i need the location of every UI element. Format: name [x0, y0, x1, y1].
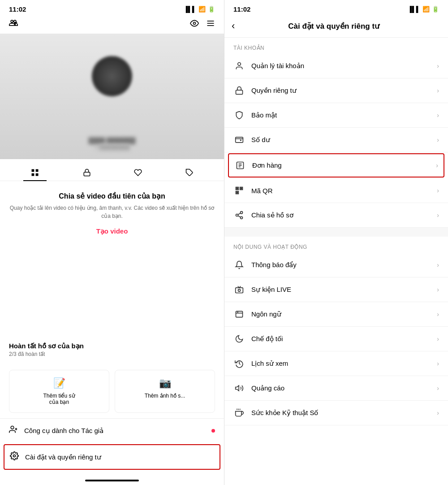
completion-title: Hoàn tất hồ sơ của bạn	[9, 342, 215, 350]
ma-qr-item[interactable]: Mã QR ›	[224, 178, 448, 203]
svg-rect-10	[84, 172, 90, 176]
wifi-icon: 📶	[198, 6, 206, 13]
history-icon	[233, 358, 245, 369]
svg-rect-18	[236, 137, 243, 143]
don-hang-item[interactable]: Đơn hàng ›	[228, 153, 444, 178]
completion-subtitle: 2/3 đã hoàn tất	[9, 351, 215, 357]
creator-tools-label: Công cụ dành cho Tác giả	[24, 427, 103, 435]
svg-point-47	[238, 338, 240, 339]
su-kien-live-label: Sự kiện LIVE	[251, 286, 437, 294]
arrow-icon-12: ›	[437, 385, 439, 392]
bao-mat-item[interactable]: Bảo mật ›	[224, 103, 448, 128]
svg-marker-48	[236, 385, 239, 391]
right-status-icons: ▐▌▌ 📶 🔋	[408, 6, 439, 13]
arrow-icon-1: ›	[437, 87, 439, 94]
thong-bao-day-item[interactable]: Thông báo đẩy ›	[224, 253, 448, 277]
lich-su-xem-item[interactable]: Lịch sử xem ›	[224, 351, 448, 376]
quan-ly-tai-khoan-label: Quản lý tài khoản	[251, 62, 437, 70]
arrow-icon-13: ›	[437, 409, 439, 416]
svg-point-38	[241, 212, 243, 214]
home-indicator-bar	[85, 480, 139, 481]
add-photo-card[interactable]: 📷 Thêm ảnh hồ s...	[115, 370, 215, 413]
svg-point-40	[241, 217, 243, 219]
ngon-ngu-label: Ngôn ngữ	[251, 310, 437, 318]
tab-grid[interactable]	[23, 165, 47, 181]
suc-khoe-label: Sức khỏe Kỹ thuật Số	[251, 409, 437, 417]
left-status-bar: 11:02 ▐▌▌ 📶 🔋	[0, 0, 224, 17]
moon-icon	[233, 333, 245, 345]
right-nav-icons	[190, 19, 215, 30]
language-icon	[233, 308, 245, 320]
right-signal-icon: ▐▌▌	[408, 6, 420, 13]
add-user-icon[interactable]	[9, 18, 18, 30]
profile-content: Chia sẻ video đầu tiên của bạn Quay hoặc…	[0, 181, 224, 335]
creator-tools-item[interactable]: Công cụ dành cho Tác giả	[0, 419, 224, 442]
settings-item[interactable]: Cài đặt và quyền riêng tư	[4, 444, 220, 470]
svg-rect-45	[236, 311, 243, 317]
so-du-label: Số dư	[251, 136, 437, 144]
ads-icon	[233, 382, 245, 394]
svg-rect-7	[36, 169, 39, 172]
don-hang-label: Đơn hàng	[252, 161, 436, 169]
left-top-nav	[0, 17, 224, 34]
svg-rect-8	[32, 173, 34, 176]
digital-health-icon	[233, 407, 245, 419]
svg-point-12	[11, 426, 14, 429]
profile-tabs	[0, 159, 224, 181]
settings-label: Cài đặt và quyền riêng tư	[25, 453, 101, 461]
share-video-title: Chia sẻ video đầu tiên của bạn	[9, 192, 215, 200]
left-time: 11:02	[9, 5, 26, 13]
svg-rect-6	[32, 169, 34, 172]
svg-point-39	[236, 214, 238, 217]
quan-ly-tai-khoan-item[interactable]: Quản lý tài khoản ›	[224, 54, 448, 78]
quyen-rieng-tu-label: Quyền riêng tư	[251, 87, 437, 95]
back-button[interactable]: ‹	[232, 20, 235, 32]
hamburger-icon[interactable]	[206, 19, 215, 30]
svg-rect-17	[236, 90, 243, 94]
settings-page-title: Cài đặt và quyền riêng tư	[240, 22, 427, 31]
blurred-avatar	[92, 56, 132, 96]
tab-lock[interactable]	[76, 165, 98, 181]
svg-rect-9	[36, 173, 39, 176]
divider-1	[224, 228, 448, 237]
arrow-icon-10: ›	[437, 335, 439, 342]
lich-su-xem-label: Lịch sử xem	[251, 359, 437, 368]
arrow-icon-6: ›	[437, 212, 439, 219]
tab-heart[interactable]	[127, 165, 149, 181]
arrow-icon-0: ›	[437, 62, 439, 69]
suc-khoe-item[interactable]: Sức khỏe Kỹ thuật Số ›	[224, 401, 448, 425]
svg-rect-27	[241, 188, 242, 189]
arrow-icon-4: ›	[436, 162, 438, 169]
settings-header: ‹ Cài đặt và quyền riêng tư	[224, 17, 448, 38]
live-icon	[233, 284, 245, 295]
che-do-toi-item[interactable]: Chế độ tối ›	[224, 327, 448, 351]
section-tai-khoan: TÀI KHOẢN	[224, 38, 448, 54]
so-du-item[interactable]: Số dư ›	[224, 128, 448, 152]
notification-dot	[211, 429, 215, 433]
share-icon	[233, 209, 245, 221]
shield-icon	[233, 109, 245, 121]
add-bio-card[interactable]: 📝 Thêm tiểu sửcủa bạn	[9, 370, 109, 413]
quyen-rieng-tu-item[interactable]: Quyền riêng tư ›	[224, 78, 448, 103]
svg-point-2	[194, 22, 196, 25]
left-home-indicator	[0, 472, 224, 485]
arrow-icon-8: ›	[437, 286, 439, 293]
orders-icon	[234, 160, 246, 171]
right-battery-icon: 🔋	[432, 6, 439, 13]
svg-rect-26	[237, 188, 238, 189]
arrow-icon-2: ›	[437, 112, 439, 119]
chia-se-ho-so-item[interactable]: Chia sẻ hồ sơ ›	[224, 203, 448, 228]
svg-point-44	[238, 289, 241, 291]
bao-mat-label: Bảo mật	[251, 111, 437, 119]
quang-cao-item[interactable]: Quảng cáo ›	[224, 376, 448, 401]
che-do-toi-label: Chế độ tối	[251, 335, 437, 343]
create-video-button[interactable]: Tạo video	[96, 227, 128, 235]
su-kien-live-item[interactable]: Sự kiện LIVE ›	[224, 277, 448, 302]
thong-bao-day-label: Thông báo đẩy	[251, 261, 437, 269]
battery-icon: 🔋	[208, 6, 215, 13]
bottom-menu: Công cụ dành cho Tác giả Cài đặt và quyề…	[0, 418, 224, 472]
eye-icon[interactable]	[190, 19, 199, 30]
ngon-ngu-item[interactable]: Ngôn ngữ ›	[224, 302, 448, 327]
tab-tag[interactable]	[178, 165, 201, 181]
arrow-icon-11: ›	[437, 360, 439, 367]
